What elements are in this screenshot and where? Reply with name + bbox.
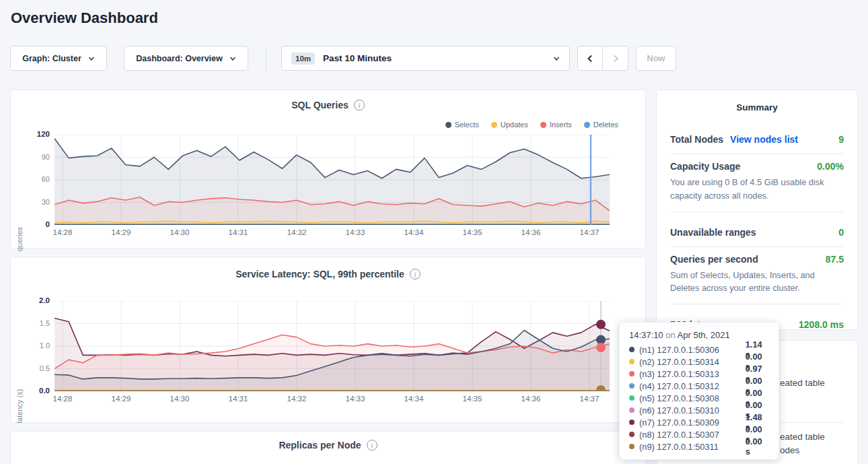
sql-queries-chart-card: SQL Queries i SelectsUpdatesInsertsDelet… — [10, 90, 646, 248]
legend-item-deletes[interactable]: Deletes — [584, 121, 618, 129]
replicas-chart-card: Replicas per Node i — [10, 431, 646, 464]
total-nodes-label: Total Nodes — [670, 134, 723, 145]
x-axis-tick: 14:35 — [456, 228, 489, 236]
x-axis-tick: 14:34 — [397, 228, 431, 236]
y-axis-tick: 2.0 — [20, 296, 50, 304]
node-color-dot — [629, 371, 635, 376]
total-nodes-value: 9 — [838, 134, 844, 145]
capacity-usage-value: 0.00% — [817, 161, 844, 172]
service-latency-plot — [55, 301, 610, 391]
info-icon[interactable]: i — [354, 100, 365, 110]
legend-color-dot — [540, 122, 546, 128]
sql-queries-plot — [55, 135, 610, 225]
node-address: (n2) 127.0.0.1:50314 — [639, 357, 741, 367]
chevron-down-icon — [553, 55, 560, 62]
page-title: Overview Dashboard — [11, 9, 158, 27]
node-address: (n9) 127.0.0.1:50311 — [639, 442, 741, 452]
x-axis-tick: 14:29 — [104, 395, 138, 403]
time-now-button[interactable]: Now — [636, 46, 676, 71]
chart-title: Service Latency: SQL, 99th percentile — [236, 269, 404, 279]
node-address: (n7) 127.0.0.1:50309 — [639, 418, 741, 428]
x-axis-tick: 14:33 — [338, 395, 372, 403]
y-axis-tick: 0.5 — [20, 364, 50, 372]
time-next-button[interactable] — [603, 46, 628, 71]
graph-dropdown[interactable]: Graph: Cluster — [10, 46, 107, 71]
legend-item-updates[interactable]: Updates — [491, 121, 528, 129]
x-axis-tick: 14:32 — [280, 228, 314, 236]
x-axis-tick: 14:34 — [397, 395, 431, 403]
y-axis-tick: 0.0 — [20, 387, 50, 395]
node-color-dot — [629, 432, 635, 437]
chevron-down-icon — [88, 55, 95, 62]
x-axis-tick: 14:31 — [221, 228, 255, 236]
x-axis-tick: 14:36 — [514, 228, 548, 236]
x-axis-tick: 14:30 — [163, 395, 196, 403]
y-axis-tick: 0 — [20, 220, 50, 228]
node-address: (n8) 127.0.0.1:50307 — [639, 430, 741, 440]
time-range-badge: 10m — [291, 53, 315, 65]
legend-item-inserts[interactable]: Inserts — [540, 121, 572, 129]
tooltip-rows: (n1) 127.0.0.1:503061.14 s(n2) 127.0.0.1… — [629, 343, 769, 453]
x-axis-tick: 14:28 — [46, 228, 79, 236]
node-color-dot — [629, 359, 635, 364]
graph-dropdown-label: Graph: Cluster — [22, 54, 81, 63]
tooltip-timestamp: 14:37:10 on Apr 5th, 2021 — [629, 330, 769, 340]
chart-plot-area[interactable] — [55, 135, 610, 225]
info-icon[interactable]: i — [410, 269, 421, 279]
unavailable-ranges-value: 0 — [838, 227, 844, 238]
chart-title: SQL Queries — [291, 100, 349, 110]
node-color-dot — [629, 395, 635, 401]
y-axis-tick: 60 — [20, 175, 50, 183]
legend-color-dot — [445, 122, 451, 128]
time-range-label: Past 10 Minutes — [323, 53, 545, 63]
x-axis-tick: 14:30 — [163, 228, 196, 236]
chevron-down-icon — [229, 55, 236, 62]
event-item-fragment[interactable]: eated table — [780, 376, 825, 390]
toolbar-divider — [266, 46, 266, 71]
qps-description: Sum of Selects, Updates, Inserts, and De… — [670, 269, 844, 305]
x-axis-tick: 14:35 — [456, 395, 489, 403]
chart-plot-area[interactable] — [55, 301, 610, 391]
time-range-select[interactable]: 10m Past 10 Minutes — [281, 46, 570, 71]
node-latency-value: 0.00 s — [746, 436, 769, 457]
node-address: (n3) 127.0.0.1:50313 — [639, 369, 741, 379]
p99-latency-value: 1208.0 ms — [799, 319, 844, 330]
legend-item-selects[interactable]: Selects — [445, 121, 479, 129]
x-axis-tick: 14:33 — [338, 228, 372, 236]
capacity-usage-label: Capacity Usage — [670, 161, 740, 172]
node-address: (n1) 127.0.0.1:50306 — [639, 345, 741, 355]
node-color-dot — [629, 444, 635, 449]
tooltip-node-row: (n9) 127.0.0.1:503110.00 s — [629, 440, 769, 453]
service-latency-chart-card: Service Latency: SQL, 99th percentile i … — [10, 257, 646, 423]
chart-hover-tooltip: 14:37:10 on Apr 5th, 2021 (n1) 127.0.0.1… — [619, 322, 779, 460]
node-color-dot — [629, 383, 635, 389]
qps-label: Queries per second — [670, 254, 758, 265]
info-icon[interactable]: i — [367, 440, 377, 451]
chevron-left-icon — [585, 54, 595, 63]
event-item-fragment[interactable]: eated table odes — [780, 430, 825, 457]
x-axis-tick: 14:37 — [573, 395, 606, 403]
chart-legend: SelectsUpdatesInsertsDeletes — [445, 121, 618, 129]
x-axis-tick: 14:36 — [514, 395, 548, 403]
y-axis-tick: 90 — [20, 153, 50, 161]
node-address: (n6) 127.0.0.1:50310 — [639, 405, 741, 416]
view-nodes-list-link[interactable]: View nodes list — [730, 134, 798, 145]
summary-panel: Summary Total Nodes View nodes list 9 Ca… — [656, 90, 858, 330]
node-address: (n4) 127.0.0.1:50312 — [639, 381, 741, 391]
node-color-dot — [629, 407, 635, 413]
y-axis-title: latency (s) — [15, 372, 24, 440]
node-color-dot — [629, 420, 635, 425]
x-axis-tick: 14:28 — [46, 395, 79, 403]
y-axis-tick: 30 — [20, 198, 50, 206]
summary-title: Summary — [670, 102, 844, 112]
x-axis-tick: 14:31 — [221, 395, 255, 403]
time-prev-button[interactable] — [577, 46, 603, 71]
x-axis-tick: 14:32 — [280, 395, 314, 403]
dashboard-dropdown[interactable]: Dashboard: Overview — [124, 46, 248, 71]
legend-color-dot — [584, 122, 590, 128]
unavailable-ranges-label: Unavailable ranges — [670, 227, 756, 238]
y-axis-tick: 1.0 — [20, 341, 50, 350]
y-axis-tick: 120 — [20, 130, 50, 138]
x-axis-tick: 14:29 — [104, 228, 138, 236]
chevron-right-icon — [611, 54, 620, 63]
